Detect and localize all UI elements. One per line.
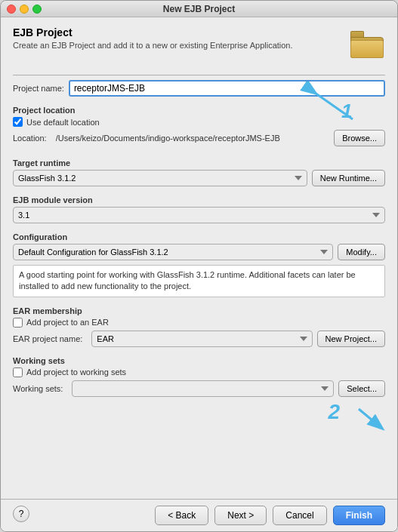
next-button[interactable]: Next > — [214, 506, 267, 525]
add-to-ear-label: Add project to an EAR — [26, 318, 109, 327]
location-label: Location: — [13, 134, 47, 143]
dialog-header: EJB Project Create an EJB Project and ad… — [13, 26, 385, 63]
ear-project-name-row: EAR project name: EAR New Project... — [13, 331, 385, 347]
add-to-working-sets-checkbox[interactable] — [13, 367, 23, 377]
finish-button[interactable]: Finish — [333, 506, 385, 525]
working-sets-field-label: Working sets: — [13, 384, 63, 393]
window-title: New EJB Project — [1, 4, 397, 14]
header-separator — [13, 75, 385, 75]
new-runtime-button[interactable]: New Runtime... — [312, 170, 385, 186]
cancel-button[interactable]: Cancel — [273, 506, 326, 525]
minimize-button[interactable] — [20, 5, 29, 14]
header-text: EJB Project Create an EJB Project and ad… — [13, 26, 293, 50]
ejb-module-label: EJB module version — [13, 195, 385, 204]
add-to-ear-checkbox[interactable] — [13, 318, 23, 328]
use-default-location-checkbox[interactable] — [13, 117, 23, 127]
add-to-working-sets-row: Add project to working sets — [13, 367, 385, 377]
target-runtime-row: GlassFish 3.1.2 New Runtime... — [13, 170, 385, 186]
help-button[interactable]: ? — [13, 506, 29, 522]
dialog-description: Create an EJB Project and add it to a ne… — [13, 41, 293, 50]
working-sets-label: Working sets — [13, 356, 385, 365]
dialog-icon — [349, 26, 385, 63]
ejb-module-select[interactable]: 3.1 — [13, 207, 385, 223]
new-project-button[interactable]: New Project... — [317, 331, 385, 347]
modify-button[interactable]: Modify... — [338, 244, 385, 260]
configuration-row: Default Configuration for GlassFish 3.1.… — [13, 244, 385, 260]
working-sets-select[interactable] — [72, 380, 334, 397]
configuration-info: A good starting point for working with G… — [13, 265, 385, 297]
main-window: New EJB Project EJB Project Create an EJ… — [0, 0, 398, 532]
folder-icon — [350, 31, 384, 58]
use-default-location-label: Use default location — [26, 118, 100, 127]
maximize-button[interactable] — [32, 5, 42, 14]
ejb-module-row: 3.1 — [13, 207, 385, 223]
dialog-title: EJB Project — [13, 26, 293, 38]
back-button[interactable]: < Back — [155, 506, 208, 525]
add-to-working-sets-label: Add project to working sets — [26, 367, 126, 377]
add-to-ear-row: Add project to an EAR — [13, 318, 385, 328]
target-runtime-label: Target runtime — [13, 158, 385, 168]
configuration-label: Configuration — [13, 232, 385, 241]
select-button[interactable]: Select... — [338, 380, 385, 397]
project-location-label: Project location — [13, 106, 385, 115]
configuration-select[interactable]: Default Configuration for GlassFish 3.1.… — [13, 244, 333, 260]
location-row: Location: /Users/keizo/Documents/indigo-… — [13, 130, 385, 146]
project-name-row: Project name: — [13, 80, 385, 97]
use-default-location-row: Use default location — [13, 117, 385, 127]
annotation-2: 2 — [328, 400, 340, 424]
project-name-label: Project name: — [13, 84, 64, 93]
project-name-input[interactable] — [69, 80, 385, 97]
footer-buttons: ? < Back Next > Cancel Finish — [1, 499, 397, 531]
dialog-content: EJB Project Create an EJB Project and ad… — [1, 17, 397, 499]
project-location-section: Project location Use default location Lo… — [13, 101, 385, 151]
location-value: /Users/keizo/Documents/indigo-workspace/… — [56, 134, 329, 143]
target-runtime-select[interactable]: GlassFish 3.1.2 — [13, 170, 307, 186]
ear-project-name-select[interactable]: EAR — [91, 331, 312, 347]
working-sets-input-row: Working sets: Select... — [13, 380, 385, 397]
svg-line-0 — [359, 409, 381, 428]
browse-button[interactable]: Browse... — [334, 130, 385, 146]
titlebar: New EJB Project — [1, 1, 397, 17]
ear-membership-label: EAR membership — [13, 306, 385, 315]
traffic-lights — [7, 5, 42, 14]
ear-project-name-label: EAR project name: — [13, 334, 82, 343]
annotation-2-area: 2 — [13, 400, 385, 424]
annotation-2-arrow — [347, 405, 385, 432]
close-button[interactable] — [7, 5, 16, 14]
